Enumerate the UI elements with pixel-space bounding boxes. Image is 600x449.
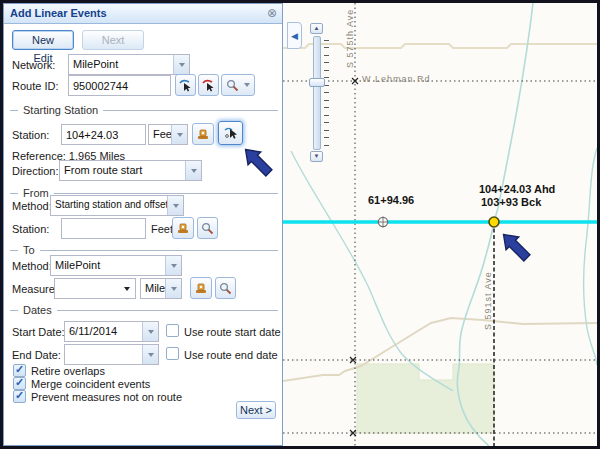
road-bottom: [283, 318, 597, 381]
road-top: [283, 44, 597, 48]
dropdown-arrow-icon[interactable]: [124, 287, 130, 291]
clear-selection-icon: [202, 79, 215, 92]
magnifier-icon: [226, 79, 239, 92]
station-input[interactable]: [61, 124, 146, 145]
measure-station-icon: [194, 282, 208, 295]
slider-tick: [324, 145, 329, 146]
slider-tick: [324, 40, 329, 41]
from-method-select[interactable]: Starting station and offset: [50, 195, 184, 216]
station-measure-tool-button[interactable]: [192, 123, 214, 145]
use-route-start-date-label: Use route start date: [184, 326, 281, 338]
map-viewport[interactable]: W Lehman Rd S 575th Ave S 591st Ave 61+9…: [283, 3, 597, 446]
next-button[interactable]: Next >: [236, 401, 276, 419]
from-measure-tool-button[interactable]: [172, 217, 194, 239]
dropdown-arrow-icon[interactable]: [142, 345, 158, 364]
use-route-end-date-label: Use route end date: [184, 349, 278, 361]
from-station-unit: Feet: [151, 223, 173, 235]
direction-select[interactable]: From route start: [59, 160, 202, 181]
annotation-arrow: [493, 224, 541, 272]
to-search-button[interactable]: [215, 277, 236, 299]
route-id-label: Route ID:: [12, 80, 58, 92]
select-route-on-map-button[interactable]: [175, 74, 196, 96]
route-id-input[interactable]: [68, 75, 171, 96]
panel-title: Add Linear Events: [10, 7, 107, 19]
to-method-select[interactable]: MilePoint: [50, 255, 182, 276]
magnifier-icon: [201, 222, 214, 235]
use-route-end-date-checkbox[interactable]: [166, 347, 179, 360]
clear-route-selection-button[interactable]: [198, 74, 219, 96]
check-icon: ✓: [15, 363, 24, 376]
from-station-input[interactable]: [61, 218, 146, 239]
check-icon: ✓: [15, 389, 24, 402]
dropdown-arrow-icon[interactable]: [171, 125, 187, 144]
slider-tick: [324, 137, 329, 138]
prevent-measures-label: Prevent measures not on route: [31, 391, 182, 403]
slider-tick: [324, 92, 329, 93]
slider-tick: [324, 107, 329, 108]
use-route-start-date-checkbox[interactable]: [166, 324, 179, 337]
slider-tick: [324, 130, 329, 131]
merge-coincident-label: Merge coincident events: [31, 378, 150, 390]
new-edit-button[interactable]: New Edit: [12, 30, 74, 50]
dates-section: Dates: [10, 304, 278, 316]
from-station-label: Station:: [12, 223, 49, 235]
stream-branch: [291, 151, 453, 391]
dropdown-arrow-icon[interactable]: [173, 55, 189, 74]
station-label: Station:: [12, 129, 49, 141]
annotation-arrow: [235, 139, 283, 187]
stream-right: [583, 148, 597, 365]
slider-tick: [324, 62, 329, 63]
road-label-lehman: W Lehman Rd: [362, 74, 431, 84]
network-select[interactable]: MilePoint: [68, 54, 190, 75]
measure-label-ahead: 104+24.03 Ahd: [479, 183, 555, 195]
collapse-panel-tab[interactable]: ◀: [287, 22, 302, 49]
from-method-label: Method:: [12, 200, 52, 212]
slider-tick: [324, 115, 329, 116]
panel-header[interactable]: Add Linear Events ⊗: [4, 4, 282, 24]
collapse-arrow-icon: ◀: [291, 31, 298, 41]
from-search-button[interactable]: [197, 217, 218, 239]
measure-unit-select[interactable]: Miles: [140, 278, 182, 299]
to-method-label: Method:: [12, 260, 52, 272]
measure-station-icon: [176, 222, 190, 235]
direction-label: Direction:: [12, 165, 58, 177]
slider-tick: [324, 70, 329, 71]
prevent-measures-checkbox[interactable]: ✓: [13, 390, 26, 403]
dropdown-arrow-icon[interactable]: [167, 196, 183, 215]
zoom-slider-handle[interactable]: [309, 78, 325, 87]
pick-on-map-icon: [224, 126, 238, 140]
dropdown-arrow-icon[interactable]: [244, 83, 250, 87]
dropdown-arrow-icon[interactable]: [142, 322, 158, 341]
next-edit-button[interactable]: Next Edit: [82, 30, 144, 50]
map-canvas[interactable]: [283, 3, 597, 446]
close-icon[interactable]: ⊗: [267, 7, 277, 19]
to-measure-tool-button[interactable]: [190, 277, 212, 299]
end-date-picker[interactable]: [64, 344, 159, 365]
route-search-button[interactable]: [221, 74, 255, 96]
select-route-icon: [179, 79, 192, 92]
magnifier-icon: [219, 282, 232, 295]
station-unit-select[interactable]: Feet: [148, 124, 188, 145]
dropdown-arrow-icon[interactable]: [165, 279, 181, 298]
road-label-591st: S 591st Ave: [483, 266, 493, 330]
app-screen: Add Linear Events ⊗ New Edit Next Edit N…: [0, 0, 600, 449]
measure-station-icon: [196, 128, 210, 141]
retire-overlaps-label: Retire overlaps: [31, 365, 105, 377]
dropdown-arrow-icon[interactable]: [165, 256, 181, 275]
zoom-in-button[interactable]: ▲: [310, 23, 323, 34]
start-date-label: Start Date:: [12, 326, 65, 338]
measure-label: Measure:: [12, 283, 58, 295]
station-point-marker[interactable]: [378, 217, 389, 228]
zoom-out-button[interactable]: ▼: [310, 151, 323, 162]
dropdown-arrow-icon[interactable]: [185, 161, 201, 180]
slider-tick: [324, 55, 329, 56]
end-date-label: End Date:: [12, 349, 61, 361]
start-date-picker[interactable]: 6/11/2014: [64, 321, 159, 342]
check-icon: ✓: [15, 376, 24, 389]
add-linear-events-panel: Add Linear Events ⊗ New Edit Next Edit N…: [3, 3, 283, 446]
measure-label-left: 61+94.96: [368, 194, 414, 206]
zoom-slider-track[interactable]: [313, 36, 321, 150]
starting-station-section: Starting Station: [10, 104, 278, 116]
slider-tick: [324, 77, 329, 78]
network-label: Network:: [12, 59, 55, 71]
